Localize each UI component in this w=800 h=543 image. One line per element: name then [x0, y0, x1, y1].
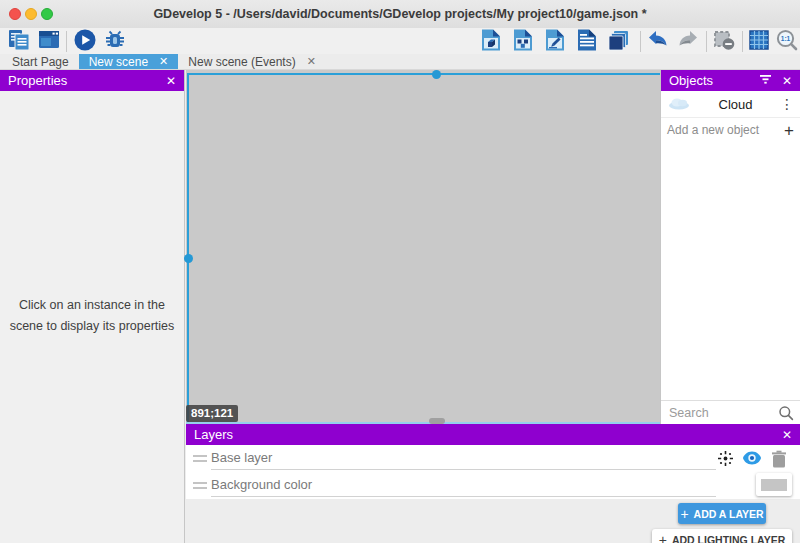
objects-panel: Objects ✕ Cloud ⋮ Add a new object + — [660, 70, 800, 424]
background-color-swatch[interactable] — [756, 473, 792, 496]
game-window-left-edge — [187, 73, 189, 422]
gdevelop-window: GDevelop 5 - /Users/david/Documents/GDev… — [0, 0, 800, 543]
layer-row-background-color[interactable]: Background color — [186, 472, 800, 499]
zoom-1-1-button[interactable]: 1:1 — [774, 29, 800, 55]
tab-bar: Start Page New scene ✕ New scene (Events… — [0, 54, 800, 70]
project-manager-icon — [7, 28, 31, 56]
close-panel-icon[interactable]: ✕ — [782, 75, 792, 87]
preview-window-icon — [37, 28, 61, 56]
debug-button[interactable] — [102, 29, 128, 55]
object-name: Cloud — [691, 97, 780, 112]
close-tab-icon[interactable]: ✕ — [159, 56, 168, 67]
toolbar-divider — [742, 31, 743, 52]
drag-handle-icon[interactable] — [193, 482, 207, 492]
grid-icon — [747, 28, 771, 56]
layer-name-underline — [211, 469, 716, 470]
add-object-plus-icon[interactable]: + — [784, 122, 794, 139]
object-groups-button[interactable] — [510, 29, 536, 55]
objects-panel-title: Objects — [669, 73, 713, 88]
play-preview-button[interactable] — [72, 29, 98, 55]
add-layer-button[interactable]: + ADD A LAYER — [678, 503, 766, 524]
scene-properties-button[interactable] — [542, 29, 568, 55]
toolbar: 1:1 — [0, 28, 800, 54]
toolbar-divider — [66, 31, 67, 52]
mask-button[interactable] — [711, 29, 737, 55]
resize-handle-top[interactable] — [432, 70, 441, 79]
undo-icon — [646, 28, 670, 56]
cloud-icon — [667, 95, 691, 114]
properties-panel: Properties ✕ Click on an instance in the… — [0, 70, 185, 543]
properties-empty-message: Click on an instance in the scene to dis… — [4, 295, 180, 336]
close-panel-icon[interactable]: ✕ — [782, 429, 792, 441]
layers-panel: Layers ✕ Base layer — [186, 424, 800, 543]
add-object-label: Add a new object — [667, 123, 784, 137]
tab-new-scene-events[interactable]: New scene (Events) ✕ — [178, 54, 326, 69]
close-panel-icon[interactable]: ✕ — [166, 75, 176, 87]
plus-icon: + — [659, 532, 667, 543]
instances-list-icon — [575, 28, 599, 56]
window-title: GDevelop 5 - /Users/david/Documents/GDev… — [70, 0, 730, 28]
objects-search-bar — [661, 400, 800, 424]
grid-button[interactable] — [746, 29, 772, 55]
toolbar-divider — [706, 31, 707, 52]
effects-icon[interactable] — [717, 450, 734, 471]
tab-new-scene[interactable]: New scene ✕ — [79, 54, 179, 69]
layers-panel-title: Layers — [194, 427, 233, 442]
layer-row-base[interactable]: Base layer — [186, 445, 800, 472]
objects-panel-header: Objects ✕ — [661, 70, 800, 91]
instances-list-button[interactable] — [574, 29, 600, 55]
tab-label: New scene — [89, 55, 148, 69]
drag-handle-icon[interactable] — [193, 455, 207, 465]
layer-name-underline — [211, 496, 716, 497]
close-window-button[interactable] — [9, 8, 21, 20]
color-swatch-preview — [761, 479, 787, 491]
layer-name[interactable]: Background color — [211, 472, 312, 498]
properties-panel-title: Properties — [8, 73, 67, 88]
layers-editor-icon — [607, 28, 631, 56]
visibility-icon[interactable] — [742, 451, 762, 469]
layer-name[interactable]: Base layer — [211, 445, 272, 471]
redo-button[interactable] — [675, 29, 701, 55]
titlebar: GDevelop 5 - /Users/david/Documents/GDev… — [0, 0, 800, 28]
object-menu-icon[interactable]: ⋮ — [780, 96, 794, 112]
minimize-window-button[interactable] — [25, 8, 37, 20]
zoom-ratio-label: 1:1 — [781, 35, 791, 42]
resize-handle-left[interactable] — [184, 254, 193, 263]
tab-label: Start Page — [12, 55, 69, 69]
add-object-row[interactable]: Add a new object + — [661, 118, 800, 142]
project-manager-button[interactable] — [6, 29, 32, 55]
debug-icon — [103, 28, 127, 56]
undo-button[interactable] — [645, 29, 671, 55]
objects-editor-icon — [479, 28, 503, 56]
cursor-coordinates-badge: 891;121 — [186, 405, 238, 422]
layers-editor-button[interactable] — [606, 29, 632, 55]
filter-icon[interactable] — [759, 73, 772, 88]
play-preview-icon — [73, 28, 97, 56]
zoom-1-1-icon: 1:1 — [775, 28, 799, 56]
scene-properties-icon — [543, 28, 567, 56]
plus-icon: + — [680, 506, 688, 522]
preview-window-button[interactable] — [36, 29, 62, 55]
object-groups-icon — [511, 28, 535, 56]
add-lighting-layer-label: ADD LIGHTING LAYER — [672, 534, 785, 543]
add-lighting-layer-button[interactable]: + ADD LIGHTING LAYER — [652, 529, 792, 543]
mask-icon — [712, 28, 736, 56]
objects-editor-button[interactable] — [478, 29, 504, 55]
layers-panel-header: Layers ✕ — [186, 424, 800, 445]
close-tab-icon[interactable]: ✕ — [307, 56, 316, 67]
zoom-window-button[interactable] — [41, 8, 53, 20]
add-layer-label: ADD A LAYER — [694, 508, 764, 520]
properties-panel-header: Properties ✕ — [0, 70, 184, 91]
tab-start-page[interactable]: Start Page — [2, 54, 79, 69]
scene-canvas[interactable]: 891;121 — [186, 70, 660, 424]
delete-icon[interactable] — [771, 450, 787, 472]
objects-search-input[interactable] — [661, 406, 778, 420]
tab-label: New scene (Events) — [188, 55, 295, 69]
game-window-top-edge — [187, 73, 660, 75]
toolbar-divider — [640, 31, 641, 52]
object-list-item-cloud[interactable]: Cloud ⋮ — [661, 91, 800, 118]
search-icon — [778, 405, 794, 421]
redo-icon — [676, 28, 700, 56]
